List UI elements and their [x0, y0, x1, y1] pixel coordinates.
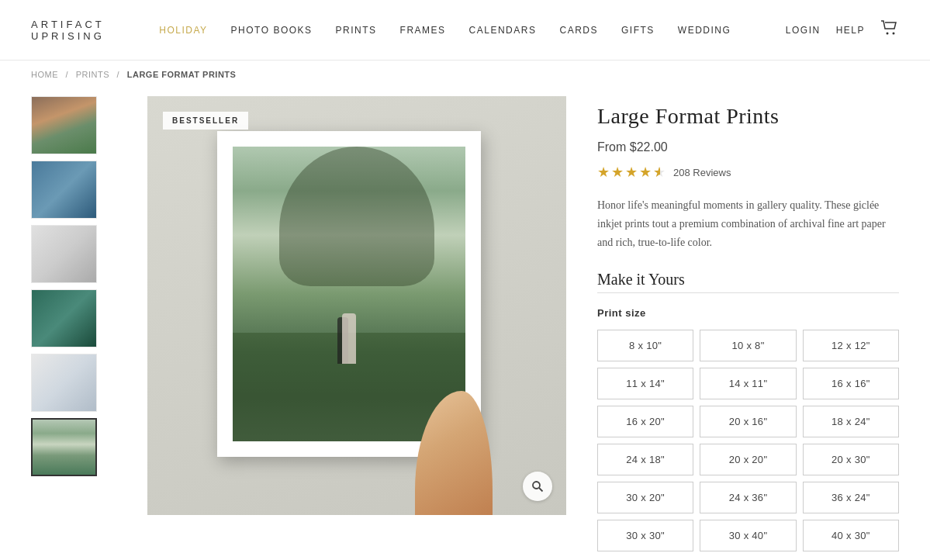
size-option-16[interactable]: 30 x 40" [700, 520, 796, 551]
make-it-yours-heading: Make it Yours [597, 271, 899, 289]
size-option-7[interactable]: 20 x 16" [700, 406, 796, 437]
svg-point-1 [893, 33, 895, 35]
nav-wedding[interactable]: WEDDING [678, 25, 731, 36]
star-1: ★ [597, 164, 610, 181]
header: ARTIFACT UPRISING HOLIDAY PHOTO BOOKS PR… [0, 0, 930, 60]
size-option-8[interactable]: 18 x 24" [803, 406, 899, 437]
star-4: ★ [639, 164, 652, 181]
thumbnail-4[interactable] [31, 289, 97, 347]
nav-calendars[interactable]: CALENDARS [469, 25, 537, 36]
nav-holiday[interactable]: HOLIDAY [159, 25, 207, 36]
nav-photo-books[interactable]: PHOTO BOOKS [231, 25, 313, 36]
size-option-1[interactable]: 10 x 8" [700, 330, 796, 361]
size-option-10[interactable]: 20 x 20" [700, 444, 796, 475]
logo[interactable]: ARTIFACT UPRISING [31, 19, 105, 42]
reviews-count[interactable]: 208 Reviews [673, 167, 731, 178]
breadcrumb-separator-2: / [117, 70, 120, 79]
nav-prints[interactable]: PRINTS [336, 25, 377, 36]
size-options-grid: 8 x 10"10 x 8"12 x 12"11 x 14"14 x 11"16… [597, 330, 899, 551]
bestseller-badge: BESTSELLER [163, 112, 248, 130]
product-description: Honor life's meaningful moments in galle… [597, 196, 899, 251]
svg-line-3 [539, 488, 543, 492]
nav-cards[interactable]: CARDS [559, 25, 598, 36]
thumbnail-list [31, 96, 116, 551]
print-size-label: Print size [597, 307, 899, 319]
size-option-11[interactable]: 20 x 30" [803, 444, 899, 475]
main-nav: HOLIDAY PHOTO BOOKS PRINTS FRAMES CALEND… [159, 25, 731, 36]
size-option-14[interactable]: 36 x 24" [803, 482, 899, 513]
logo-bottom: UPRISING [31, 30, 105, 42]
breadcrumb: HOME / PRINTS / LARGE FORMAT PRINTS [0, 60, 930, 88]
login-link[interactable]: LOGIN [786, 25, 821, 36]
star-3: ★ [625, 164, 638, 181]
size-option-6[interactable]: 16 x 20" [597, 406, 693, 437]
rating-row: ★ ★ ★ ★ ★★ 208 Reviews [597, 164, 899, 181]
product-title: Large Format Prints [597, 104, 899, 129]
size-option-4[interactable]: 14 x 11" [700, 368, 796, 399]
thumbnail-1[interactable] [31, 96, 97, 154]
size-option-13[interactable]: 24 x 36" [700, 482, 796, 513]
thumbnail-3[interactable] [31, 225, 97, 283]
size-option-5[interactable]: 16 x 16" [803, 368, 899, 399]
size-option-17[interactable]: 40 x 30" [803, 520, 899, 551]
star-rating: ★ ★ ★ ★ ★★ [597, 164, 666, 181]
size-option-2[interactable]: 12 x 12" [803, 330, 899, 361]
thumbnail-5[interactable] [31, 354, 97, 412]
product-price: From $22.00 [597, 140, 899, 154]
nav-frames[interactable]: FRAMES [400, 25, 446, 36]
breadcrumb-separator-1: / [66, 70, 69, 79]
logo-top: ARTIFACT [31, 19, 105, 30]
section-divider [597, 292, 899, 293]
svg-point-0 [887, 33, 889, 35]
thumbnail-2[interactable] [31, 161, 97, 219]
svg-point-2 [533, 482, 540, 489]
main-image-area: BESTSELLER [147, 96, 566, 515]
product-info: Large Format Prints From $22.00 ★ ★ ★ ★ … [597, 96, 899, 551]
breadcrumb-home[interactable]: HOME [31, 70, 58, 79]
size-option-3[interactable]: 11 x 14" [597, 368, 693, 399]
size-option-0[interactable]: 8 x 10" [597, 330, 693, 361]
breadcrumb-current: LARGE FORMAT PRINTS [127, 70, 237, 79]
size-option-9[interactable]: 24 x 18" [597, 444, 693, 475]
main-content: BESTSELLER [0, 88, 930, 560]
star-2: ★ [611, 164, 624, 181]
size-option-12[interactable]: 30 x 20" [597, 482, 693, 513]
cart-button[interactable] [880, 20, 899, 40]
header-right: LOGIN HELP [786, 20, 899, 40]
star-5-half: ★★ [653, 164, 666, 181]
size-option-15[interactable]: 30 x 30" [597, 520, 693, 551]
thumbnail-6[interactable] [31, 418, 97, 476]
breadcrumb-prints[interactable]: PRINTS [76, 70, 109, 79]
help-link[interactable]: HELP [836, 25, 865, 36]
zoom-button[interactable] [523, 472, 552, 501]
nav-gifts[interactable]: GIFTS [621, 25, 655, 36]
